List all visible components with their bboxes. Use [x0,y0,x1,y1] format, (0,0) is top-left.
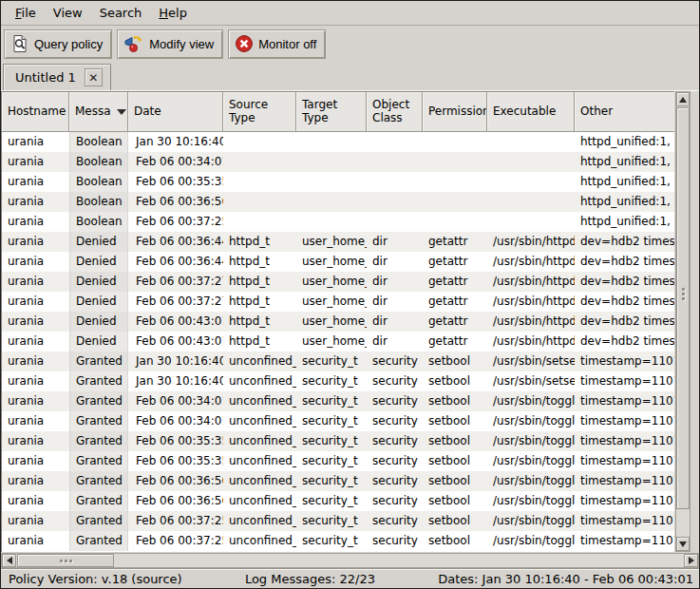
scroll-left-button[interactable] [2,554,16,567]
log-cell-target-type[interactable] [296,132,367,152]
log-cell-executable[interactable]: /usr/sbin/toggle [487,491,575,511]
log-cell-date[interactable]: Feb 06 00:34:01 [128,411,223,431]
log-cell-date[interactable]: Feb 06 00:35:35 [128,431,223,451]
log-cell-messa[interactable]: Denied [69,292,128,312]
log-cell-object-class[interactable]: security [367,411,423,431]
log-cell-other[interactable]: timestamp=11076 [575,491,674,511]
log-cell-executable[interactable]: /usr/sbin/httpd [487,272,575,292]
log-row[interactable]: uraniaBooleanJan 30 10:16:40httpd_unifie… [2,132,674,152]
menu-search[interactable]: Search [91,3,151,23]
log-cell-date[interactable]: Feb 06 00:43:01 [128,312,223,332]
horizontal-scroll-thumb[interactable] [17,554,114,567]
log-row[interactable]: uraniaGrantedFeb 06 00:35:35unconfined_s… [2,451,674,471]
log-cell-other[interactable]: timestamp=11076 [575,451,674,471]
column-header-source-type[interactable]: Source Type [223,92,296,132]
log-cell-date[interactable]: Feb 06 00:36:56 [128,192,223,212]
log-row[interactable]: uraniaDeniedFeb 06 00:36:44httpd_tuser_h… [2,252,674,272]
log-cell-target-type[interactable] [296,152,367,172]
log-cell-source-type[interactable] [223,172,296,192]
log-cell-date[interactable]: Feb 06 00:43:01 [128,332,223,352]
log-cell-object-class[interactable]: security [367,471,423,491]
log-cell-target-type[interactable]: security_t [296,471,367,491]
log-cell-other[interactable]: dev=hdb2 timesta [575,292,674,312]
modify-view-button[interactable]: Modify view [117,29,223,59]
log-cell-executable[interactable]: /usr/sbin/toggle [487,431,575,451]
log-cell-executable[interactable]: /usr/sbin/toggle [487,511,575,531]
log-cell-executable[interactable]: /usr/sbin/httpd [487,292,575,312]
log-cell-executable[interactable]: /usr/sbin/toggle [487,531,575,551]
log-cell-hostname[interactable]: urania [2,371,69,391]
log-cell-permission[interactable] [423,152,487,172]
log-cell-source-type[interactable]: httpd_t [223,232,296,252]
log-cell-source-type[interactable]: unconfined_ [223,471,296,491]
log-cell-executable[interactable]: /usr/sbin/toggle [487,391,575,411]
log-cell-target-type[interactable]: security_t [296,371,367,391]
log-cell-other[interactable]: dev=hdb2 timesta [575,332,674,352]
log-row[interactable]: uraniaBooleanFeb 06 00:37:25httpd_unifie… [2,212,674,232]
log-cell-executable[interactable] [487,132,575,152]
query-policy-button[interactable]: Query policy [4,29,112,59]
log-cell-executable[interactable]: /usr/sbin/toggle [487,451,575,471]
column-header-object-class[interactable]: Object Class [367,92,423,132]
log-row[interactable]: uraniaGrantedJan 30 10:16:40unconfined_s… [2,352,674,371]
log-cell-other[interactable]: httpd_unified:1, h [575,172,674,192]
log-row[interactable]: uraniaGrantedFeb 06 00:37:25unconfined_s… [2,511,674,531]
log-cell-hostname[interactable]: urania [2,491,69,511]
log-cell-source-type[interactable]: httpd_t [223,272,296,292]
log-cell-hostname[interactable]: urania [2,232,69,252]
log-cell-permission[interactable]: getattr [423,232,487,252]
log-cell-date[interactable]: Feb 06 00:37:25 [128,212,223,232]
log-cell-target-type[interactable]: user_home_ [296,292,367,312]
horizontal-scrollbar[interactable] [1,553,699,568]
log-cell-permission[interactable]: getattr [423,292,487,312]
log-cell-source-type[interactable]: httpd_t [223,332,296,352]
column-header-executable[interactable]: Executable [487,92,575,132]
log-cell-executable[interactable] [487,192,575,212]
log-cell-hostname[interactable]: urania [2,212,69,232]
log-cell-messa[interactable]: Denied [69,232,128,252]
log-cell-messa[interactable]: Granted [69,511,128,531]
log-cell-permission[interactable]: setbool [423,511,487,531]
log-cell-executable[interactable]: /usr/sbin/toggle [487,411,575,431]
scroll-up-button[interactable] [676,92,690,106]
log-cell-executable[interactable]: /usr/sbin/setseb [487,352,575,371]
log-cell-hostname[interactable]: urania [2,292,69,312]
log-cell-hostname[interactable]: urania [2,531,69,551]
log-cell-hostname[interactable]: urania [2,312,69,332]
log-cell-source-type[interactable]: httpd_t [223,312,296,332]
column-header-other[interactable]: Other [575,92,674,132]
log-cell-messa[interactable]: Denied [69,252,128,272]
log-cell-messa[interactable]: Denied [69,332,128,352]
log-cell-target-type[interactable]: security_t [296,431,367,451]
log-cell-target-type[interactable]: user_home_ [296,252,367,272]
log-cell-executable[interactable] [487,172,575,192]
log-cell-date[interactable]: Jan 30 10:16:40 [128,371,223,391]
log-row[interactable]: uraniaGrantedFeb 06 00:36:56unconfined_s… [2,491,674,511]
log-cell-permission[interactable]: setbool [423,491,487,511]
log-cell-object-class[interactable]: security [367,391,423,411]
log-cell-other[interactable]: dev=hdb2 timesta [575,232,674,252]
vertical-scrollbar[interactable] [675,91,691,552]
log-row[interactable]: uraniaGrantedFeb 06 00:36:56unconfined_s… [2,471,674,491]
log-cell-messa[interactable]: Denied [69,312,128,332]
log-cell-target-type[interactable] [296,212,367,232]
log-cell-hostname[interactable]: urania [2,391,69,411]
log-cell-object-class[interactable]: security [367,531,423,551]
log-cell-object-class[interactable] [367,212,423,232]
log-row[interactable]: uraniaBooleanFeb 06 00:35:35httpd_unifie… [2,172,674,192]
log-cell-hostname[interactable]: urania [2,471,69,491]
log-cell-hostname[interactable]: urania [2,192,69,212]
log-cell-executable[interactable] [487,152,575,172]
log-cell-date[interactable]: Feb 06 00:34:01 [128,152,223,172]
log-cell-object-class[interactable]: security [367,431,423,451]
log-cell-hostname[interactable]: urania [2,252,69,272]
log-cell-source-type[interactable]: unconfined_ [223,411,296,431]
log-cell-target-type[interactable]: security_t [296,511,367,531]
log-cell-date[interactable]: Feb 06 00:37:27 [128,292,223,312]
log-cell-target-type[interactable]: security_t [296,411,367,431]
log-cell-messa[interactable]: Boolean [69,212,128,232]
log-cell-executable[interactable] [487,212,575,232]
log-cell-hostname[interactable]: urania [2,431,69,451]
log-cell-permission[interactable]: getattr [423,252,487,272]
log-cell-target-type[interactable]: user_home_ [296,312,367,332]
